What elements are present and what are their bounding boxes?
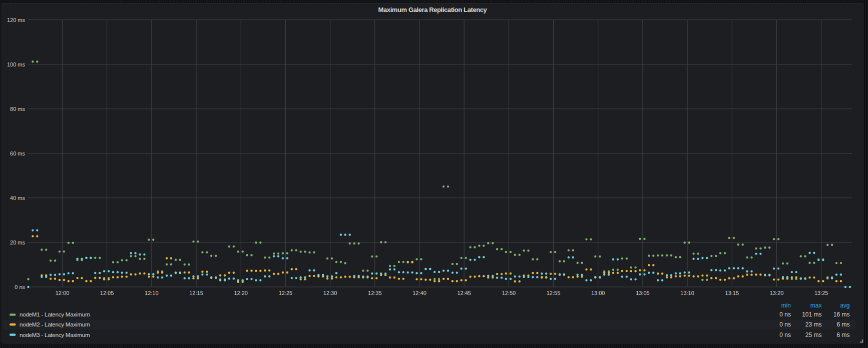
svg-text:13:25: 13:25 [814, 290, 828, 296]
svg-text:40 ms: 40 ms [10, 195, 25, 201]
svg-text:12:35: 12:35 [368, 290, 382, 296]
svg-text:12:15: 12:15 [189, 290, 203, 296]
svg-text:20 ms: 20 ms [10, 240, 25, 246]
svg-text:12:05: 12:05 [100, 290, 114, 296]
svg-text:nodeM2 - Latency Maximum: nodeM2 - Latency Maximum [20, 322, 90, 328]
svg-text:0 ns: 0 ns [779, 332, 791, 338]
svg-text:12:40: 12:40 [412, 290, 426, 296]
svg-text:23 ms: 23 ms [805, 321, 822, 328]
svg-text:12:55: 12:55 [547, 290, 561, 296]
svg-text:80 ms: 80 ms [10, 106, 25, 112]
svg-text:13:05: 13:05 [636, 290, 650, 296]
svg-text:16 ms: 16 ms [833, 311, 850, 318]
svg-text:13:15: 13:15 [725, 290, 739, 296]
svg-text:12:45: 12:45 [457, 290, 471, 296]
svg-text:6 ms: 6 ms [836, 332, 849, 338]
svg-text:60 ms: 60 ms [10, 150, 25, 156]
svg-text:avg: avg [840, 302, 849, 309]
svg-text:12:10: 12:10 [145, 290, 159, 296]
svg-text:6 ms: 6 ms [836, 321, 849, 328]
svg-text:100 ms: 100 ms [7, 62, 26, 68]
svg-text:101 ms: 101 ms [802, 311, 821, 318]
svg-text:12:25: 12:25 [279, 290, 293, 296]
svg-text:120 ms: 120 ms [7, 17, 26, 23]
svg-text:12:50: 12:50 [502, 290, 516, 296]
svg-text:0 ns: 0 ns [779, 321, 791, 328]
svg-text:min: min [781, 302, 791, 309]
svg-text:25 ms: 25 ms [805, 332, 822, 338]
svg-text:12:00: 12:00 [56, 290, 70, 296]
svg-text:12:30: 12:30 [323, 290, 337, 296]
svg-text:12:20: 12:20 [234, 290, 248, 296]
svg-text:0 ns: 0 ns [779, 311, 791, 318]
svg-text:13:10: 13:10 [680, 290, 694, 296]
svg-text:0 ns: 0 ns [15, 284, 25, 290]
svg-text:nodeM1 - Latency Maximum: nodeM1 - Latency Maximum [20, 312, 90, 318]
svg-text:max: max [810, 302, 822, 309]
svg-text:13:20: 13:20 [770, 290, 784, 296]
svg-text:13:00: 13:00 [591, 290, 605, 296]
svg-text:nodeM3 - Latency Maximum: nodeM3 - Latency Maximum [20, 332, 90, 338]
